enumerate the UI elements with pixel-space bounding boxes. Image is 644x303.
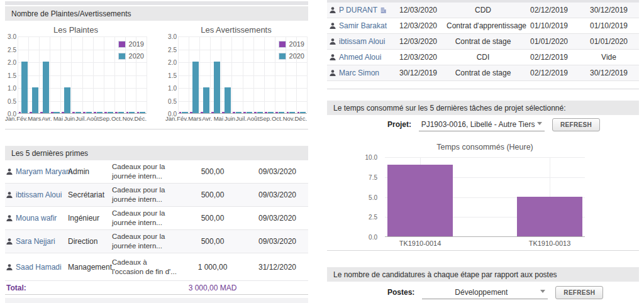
desc-cell: Cadeaux pour la journée intern...	[112, 185, 179, 204]
legend-swatch	[118, 53, 126, 60]
y-tick: 7.5	[369, 174, 377, 181]
contracts-table: P DURANT12/03/2020CDD02/12/201930/12/201…	[327, 3, 639, 81]
date-cell: 12/03/2020	[390, 6, 447, 14]
employee-link[interactable]: Saad Hamadi	[16, 263, 62, 272]
project-select[interactable]: PJ1903-0016, Libellé - Autre Tiers	[419, 118, 545, 131]
desc-cell: Cadeaux pour la journée intern...	[112, 162, 179, 181]
bar-2019	[243, 112, 246, 113]
y-tick: 2.5	[369, 214, 377, 221]
date-cell: 09/03/2020	[247, 190, 308, 199]
x-tick: Nov.	[123, 115, 135, 124]
employee-link[interactable]: Ahmed Aloui	[339, 53, 381, 62]
total-label: Total:	[5, 284, 179, 292]
role-cell: Direction	[68, 237, 112, 246]
partial-section-edge	[5, 1, 308, 5]
project-label: Projet:	[387, 120, 411, 129]
amount-cell: 1 000,00	[179, 263, 247, 272]
employee-link[interactable]: Sara Nejjari	[16, 237, 55, 246]
legend-label: 2020	[129, 52, 144, 60]
bar-2019	[179, 112, 182, 113]
employee-cell: Sara Nejjari	[5, 237, 68, 246]
bar-2019	[265, 112, 267, 113]
contract-type-cell: CDI	[447, 53, 519, 62]
x-tick: Oct.	[111, 115, 123, 124]
contract-type-cell: CDD	[447, 6, 519, 14]
x-tick: Mars	[28, 115, 41, 124]
chart-xlabels: Jan.Fév.MarsAvr.MaiJuinJuil.AoûtSep.Oct.…	[5, 115, 147, 124]
person-icon	[329, 69, 336, 77]
y-tick: 2.5	[168, 47, 177, 53]
total-value: 3 000,00 MAD	[179, 284, 247, 292]
bar-2020	[214, 62, 219, 113]
x-tick: Juin	[64, 115, 75, 124]
employee-link[interactable]: ibtissam Aloui	[16, 190, 62, 199]
bar-2019	[72, 112, 75, 113]
x-tick: Août	[87, 115, 99, 124]
x-tick: TK1910-0013	[517, 240, 582, 247]
divider	[327, 89, 639, 89]
person-icon	[6, 191, 13, 199]
bar-2019	[137, 112, 140, 113]
x-tick: Déc.	[135, 115, 147, 124]
person-icon	[6, 214, 13, 222]
date-cell: 01/01/2020	[519, 37, 579, 46]
desc-cell: Cadeaux pour la journée intern...	[112, 209, 179, 228]
role-cell: Management	[68, 263, 112, 272]
employee-cell: P DURANT	[327, 6, 390, 14]
y-tick: 0.0	[369, 234, 377, 241]
employee-link[interactable]: Marc Simon	[339, 69, 379, 77]
date-cell: 30/12/2019	[579, 6, 639, 14]
legend-swatch	[279, 53, 286, 60]
temps-chart-title: Temps consommés (Heure)	[385, 143, 585, 152]
bar-2019	[40, 112, 43, 113]
refresh-button-project[interactable]: REFRESH	[552, 118, 600, 131]
contract-type-cell: Contrat de stage	[447, 37, 519, 46]
employee-link[interactable]: Maryam Maryam	[16, 167, 72, 176]
y-tick: 5.0	[369, 194, 377, 201]
contract-row: Samir Barakat12/03/2020Contrat d'apprent…	[327, 18, 639, 34]
x-tick: Août	[247, 115, 260, 124]
chart-plot: 20192020	[18, 36, 147, 114]
date-cell: 12/03/2020	[390, 37, 447, 46]
date-cell: 09/03/2020	[247, 214, 308, 223]
amount-cell: 500,00	[179, 167, 247, 176]
postes-select[interactable]: Développement	[422, 286, 548, 299]
legend-item: 2020	[118, 52, 144, 60]
bar-2020	[64, 87, 70, 113]
divider	[5, 129, 308, 129]
bar-2019	[126, 112, 129, 113]
y-tick: 10.0	[365, 154, 377, 161]
primes-table: Maryam MaryamAdminCadeaux pour la journé…	[5, 160, 308, 295]
y-tick: 0.5	[168, 98, 177, 105]
bar-2020	[182, 112, 187, 113]
y-tick: 2.5	[8, 47, 16, 53]
x-tick: Sep.	[99, 115, 111, 124]
employee-link[interactable]: Samir Barakat	[339, 21, 387, 30]
y-tick: 0.0	[8, 111, 16, 118]
y-tick: 1.5	[168, 72, 177, 79]
person-icon	[6, 238, 13, 245]
employee-link[interactable]: Mouna wafir	[16, 214, 57, 223]
x-tick: TK1910-0014	[387, 240, 453, 247]
divider	[327, 250, 639, 251]
section-header-temps: Le temps consommé sur les 5 dernières tâ…	[327, 101, 639, 115]
legend-label: 2019	[129, 40, 144, 48]
bar-2020	[236, 112, 242, 113]
bar-2020	[75, 112, 81, 113]
employee-cell: Marc Simon	[327, 69, 390, 77]
date-cell: 02/12/2019	[519, 69, 579, 77]
bar-task	[517, 197, 582, 237]
employee-link[interactable]: ibtissam Aloui	[339, 37, 385, 46]
postes-select-value: Développement	[422, 288, 540, 297]
desc-cell: Cadeaux à l'occasion de fin d'...	[112, 258, 179, 277]
right-column: P DURANT12/03/2020CDD02/12/201930/12/201…	[327, 0, 639, 303]
chart-plot: 20192020	[178, 36, 307, 114]
bar-2020	[268, 112, 274, 113]
y-tick: 1.5	[8, 72, 16, 79]
x-tick: Mai	[52, 115, 64, 124]
refresh-button-postes[interactable]: REFRESH	[555, 286, 603, 299]
chart-les-plaintes: Les Plaintes0.00.51.01.52.02.53.02019202…	[5, 24, 147, 128]
employee-cell: Ahmed Aloui	[327, 53, 390, 62]
employee-link[interactable]: P DURANT	[339, 6, 377, 14]
person-icon	[6, 263, 13, 271]
